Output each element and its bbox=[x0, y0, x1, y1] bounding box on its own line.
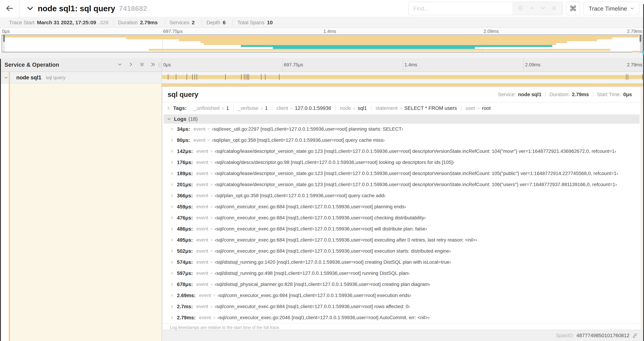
log-field-value: ‹sql/catalog/lease/descriptor_version_st… bbox=[215, 182, 617, 187]
span-tree-row: node sql1 sql query bbox=[0, 72, 644, 84]
log-row[interactable]: 459μs: event = ‹sql/conn_executor_exec.g… bbox=[162, 201, 641, 212]
chevron-down-icon[interactable] bbox=[26, 5, 34, 12]
log-marker-tick[interactable] bbox=[192, 74, 193, 80]
trace-header: node sql1: sql query 7418682 bbox=[26, 4, 408, 13]
find-next-icon[interactable] bbox=[540, 5, 546, 12]
log-marker-tick[interactable] bbox=[246, 74, 246, 80]
log-marker-tick[interactable] bbox=[279, 74, 280, 80]
log-field-key: event bbox=[196, 182, 208, 187]
log-row[interactable]: 2.69ms: event = ‹sql/conn_executor_exec.… bbox=[162, 290, 641, 301]
minimap-span-bar bbox=[273, 47, 475, 49]
chevron-right-icon bbox=[170, 127, 174, 131]
log-row[interactable]: 476μs: event = ‹sql/conn_executor_exec.g… bbox=[162, 212, 641, 223]
log-timestamp: 502μs: bbox=[177, 248, 193, 254]
log-marker-tick[interactable] bbox=[194, 74, 195, 80]
log-marker-tick[interactable] bbox=[628, 74, 628, 80]
log-field-value: ‹sql/distsql_running.go:498 [nsql1,clien… bbox=[215, 270, 410, 276]
log-marker-tick[interactable] bbox=[241, 74, 242, 80]
chevron-right-icon bbox=[170, 149, 174, 153]
logs-section-header[interactable]: Logs (18) bbox=[164, 115, 640, 124]
timeline-tick-label: 697.75μs bbox=[284, 62, 303, 68]
span-timeline-row[interactable] bbox=[162, 72, 644, 83]
log-row[interactable]: 597μs: event = ‹sql/distsql_running.go:4… bbox=[162, 268, 641, 279]
tag-item: statement = SELECT * FROM users bbox=[371, 105, 461, 111]
find-controls bbox=[512, 2, 562, 15]
log-row[interactable]: 495μs: event = ‹sql/conn_executor_exec.g… bbox=[162, 234, 641, 245]
info-value: 2.79ms bbox=[140, 20, 158, 26]
log-marker-tick[interactable] bbox=[244, 74, 244, 80]
expand-one-icon[interactable] bbox=[128, 62, 134, 68]
log-timestamp: 597μs: bbox=[177, 270, 193, 276]
log-row[interactable]: 201μs: event = ‹sql/catalog/lease/descri… bbox=[162, 179, 641, 190]
chevron-right-icon bbox=[170, 138, 174, 142]
log-row[interactable]: 574μs: event = ‹sql/distsql_running.go:1… bbox=[162, 257, 641, 268]
log-row[interactable]: 678μs: event = ‹sql/distsql_physical_pla… bbox=[162, 279, 641, 290]
log-row[interactable]: 2.7ms: event = ‹sql/conn_executor_exec.g… bbox=[162, 301, 641, 312]
log-marker-tick[interactable] bbox=[225, 74, 226, 80]
log-row[interactable]: 366μs: event = ‹sql/plan_opt.go:358 [nsq… bbox=[162, 190, 641, 201]
chevron-right-icon bbox=[170, 216, 174, 220]
span-duration-bar[interactable] bbox=[162, 75, 643, 79]
section-spacer bbox=[0, 52, 644, 58]
log-row[interactable]: 176μs: event = ‹sql/catalog/descs/descri… bbox=[162, 157, 641, 168]
minimap-canvas[interactable] bbox=[2, 35, 642, 52]
trace-info-item: Depth 6 bbox=[202, 20, 232, 26]
find-input[interactable] bbox=[409, 2, 512, 15]
info-value: 2 bbox=[192, 20, 195, 26]
log-timestamp: 476μs: bbox=[177, 215, 193, 221]
overview-value: 2.79ms bbox=[572, 92, 589, 97]
chevron-down-icon[interactable] bbox=[4, 75, 8, 80]
equals-sign: = bbox=[478, 106, 480, 111]
log-marker-tick[interactable] bbox=[265, 74, 266, 80]
log-marker-tick[interactable] bbox=[248, 74, 248, 80]
locate-icon[interactable] bbox=[518, 5, 523, 12]
tags-row[interactable]: Tags: _unfinished = 1 _verbose = 1 clien… bbox=[162, 102, 641, 114]
minimap-tick-label: 0μs bbox=[2, 29, 10, 34]
log-marker-tick[interactable] bbox=[642, 74, 642, 80]
log-row[interactable]: 142μs: event = ‹sql/catalog/lease/descri… bbox=[162, 146, 641, 157]
find-clear-icon[interactable] bbox=[551, 5, 557, 12]
link-icon[interactable] bbox=[632, 333, 638, 338]
back-button[interactable] bbox=[0, 0, 20, 17]
log-field-key: event bbox=[196, 204, 208, 209]
log-field-value: ‹sql/conn_executor_exec.go:684 [nsql1,cl… bbox=[215, 226, 427, 232]
span-row-label[interactable]: node sql1 sql query bbox=[0, 72, 162, 83]
log-marker-tick[interactable] bbox=[176, 74, 176, 80]
chevron-right-icon bbox=[170, 238, 174, 242]
column-divider bbox=[162, 58, 162, 341]
log-row[interactable]: 2.79ms: event = ‹sql/conn_executor_exec.… bbox=[162, 312, 641, 323]
equals-sign: = bbox=[290, 106, 293, 111]
log-marker-tick[interactable] bbox=[261, 74, 262, 80]
equals-sign: = bbox=[210, 226, 212, 231]
log-field-key: event bbox=[194, 126, 206, 132]
expand-all-icon[interactable] bbox=[150, 62, 156, 68]
chevron-down-icon bbox=[630, 5, 634, 12]
log-row[interactable]: 34μs: event = ‹sql/exec_util.go:2297 [ns… bbox=[162, 124, 641, 135]
log-row[interactable]: 80μs: event = ‹sql/plan_opt.go:358 [nsql… bbox=[162, 135, 641, 146]
log-marker-tick[interactable] bbox=[248, 74, 249, 80]
find-prev-icon[interactable] bbox=[529, 5, 534, 12]
trace-timeline-dropdown[interactable]: Trace Timeline bbox=[584, 2, 640, 15]
column-resize-grip[interactable] bbox=[158, 63, 161, 67]
log-timestamp: 366μs: bbox=[177, 193, 193, 199]
span-color-strip bbox=[9, 72, 10, 341]
log-marker-tick[interactable] bbox=[168, 74, 168, 80]
log-marker-tick[interactable] bbox=[197, 74, 197, 80]
log-marker-tick[interactable] bbox=[626, 74, 626, 80]
logs-list: 34μs: event = ‹sql/exec_util.go:2297 [ns… bbox=[162, 124, 641, 323]
log-row[interactable]: 189μs: event = ‹sql/catalog/lease/descri… bbox=[162, 168, 641, 179]
chevron-right-icon bbox=[170, 316, 174, 319]
timeline-tick-label: 1.4ms bbox=[404, 62, 418, 68]
chevron-right-icon bbox=[170, 227, 174, 231]
span-detail-header: sql query Service: node sql1 Duration: 2… bbox=[162, 87, 641, 102]
equals-sign: = bbox=[210, 282, 212, 287]
chevron-right-icon bbox=[170, 172, 174, 175]
log-marker-tick[interactable] bbox=[186, 74, 187, 80]
log-row[interactable]: 486μs: event = ‹sql/conn_executor_exec.g… bbox=[162, 223, 641, 234]
collapse-one-icon[interactable] bbox=[117, 62, 122, 68]
log-field-value: ‹sql/conn_executor_exec.go:684 [nsql1,cl… bbox=[215, 215, 426, 221]
keyboard-shortcuts-button[interactable]: ⌘ bbox=[566, 2, 580, 15]
log-row[interactable]: 502μs: event = ‹sql/conn_executor_exec.g… bbox=[162, 245, 641, 257]
tags-label: Tags: bbox=[173, 105, 186, 111]
collapse-all-icon[interactable] bbox=[139, 62, 144, 68]
